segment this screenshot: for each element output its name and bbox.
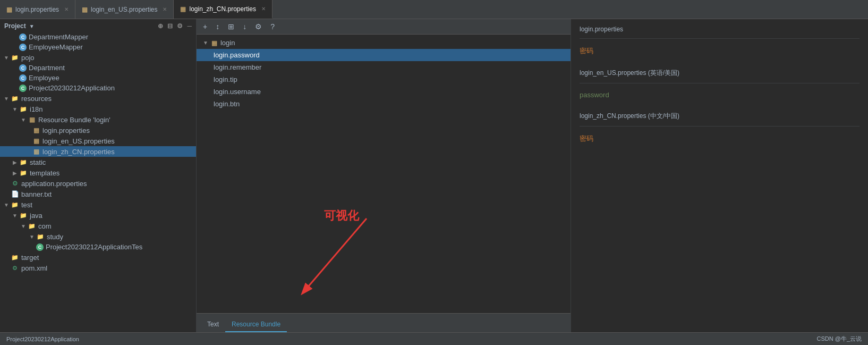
tree-label-java: java [30, 212, 42, 220]
xml-icon-pom: ⚙ [11, 264, 19, 272]
tree-item-project-app-test[interactable]: C Project20230212ApplicationTes [0, 242, 196, 252]
tree-item-department[interactable]: C Department [0, 63, 196, 73]
tree-label-project-app-test: Project20230212ApplicationTes [46, 243, 142, 251]
tree-label-login-zh-cn: login_zh_CN.properties [42, 148, 115, 156]
tree-label-departmentmapper: DepartmentMapper [29, 33, 88, 41]
right-section-login-props: login.properties 密码 [580, 26, 860, 58]
tree-item-banner-txt[interactable]: 📄 banner.txt [0, 189, 196, 199]
prop-item-btn[interactable]: login.btn [197, 98, 571, 110]
sort-button[interactable]: ↕ [214, 21, 222, 32]
class-icon-employeemapper: C [19, 44, 27, 51]
right-panel: login.properties 密码 login_en_US.properti… [571, 19, 868, 332]
tree-item-study[interactable]: ▼ 📁 study [0, 231, 196, 242]
tree-label-resources: resources [21, 95, 52, 103]
right-section-value-zh[interactable]: 密码 [580, 132, 860, 146]
prop-item-remember[interactable]: login.remember [197, 61, 571, 73]
tree-item-login-properties[interactable]: ▦ login.properties [0, 125, 196, 136]
tree-item-static[interactable]: ▶ 📁 static [0, 157, 196, 167]
tree-item-com[interactable]: ▼ 📁 com [0, 221, 196, 231]
status-project-name: Project20230212Application [6, 336, 79, 342]
tab-close-login-zh[interactable]: ✕ [261, 6, 266, 12]
tab-label-login-zh: login_zh_CN.properties [189, 5, 256, 13]
tree-label-project-app: Project20230212Application [29, 84, 115, 92]
properties-icon-login-zh: ▦ [32, 147, 40, 156]
tree-label-study: study [47, 233, 63, 241]
tree-item-resources[interactable]: ▼ 📁 resources [0, 93, 196, 104]
prop-label-password: login.password [214, 51, 260, 59]
right-section-title-zh: login_zh_CN.properties (中文/中国) [580, 112, 860, 121]
tab-icon-login-en: ▦ [82, 6, 88, 13]
folder-icon-java: 📁 [19, 211, 28, 220]
collapse-icon[interactable]: ⊟ [167, 22, 173, 30]
divider-3 [580, 126, 860, 127]
class-icon-department: C [19, 64, 27, 72]
help-button[interactable]: ? [268, 21, 277, 32]
settings-toolbar-button[interactable]: ⚙ [253, 21, 264, 32]
sidebar-header: Project ▼ ⊕ ⊟ ⚙ ─ [0, 20, 196, 32]
add-button[interactable]: + [201, 21, 209, 32]
tree-item-employeemapper[interactable]: C EmployeeMapper [0, 42, 196, 52]
resources-arrow-icon: ▼ [2, 96, 11, 102]
java-arrow-icon: ▼ [11, 213, 19, 218]
tab-text[interactable]: Text [201, 317, 225, 332]
tree-label-static: static [30, 158, 46, 166]
prop-root-login[interactable]: ▼ ▦ login [197, 37, 571, 49]
hide-icon[interactable]: ─ [187, 22, 192, 30]
status-bar-right: CSDN @牛_云说 [816, 335, 862, 343]
folder-icon-i18n: 📁 [19, 105, 28, 113]
tree-item-resource-bundle-login[interactable]: ▼ ▦ Resource Bundle 'login' [0, 114, 196, 125]
tree-item-application-properties[interactable]: ⚙ application.properties [0, 178, 196, 189]
svg-line-1 [303, 218, 367, 293]
tree-label-test: test [21, 201, 32, 209]
tree-item-pom-xml[interactable]: ⚙ pom.xml [0, 263, 196, 273]
settings-icon[interactable]: ⚙ [177, 22, 183, 30]
tab-login-en-us[interactable]: ▦ login_en_US.properties ✕ [75, 0, 174, 19]
tab-login-zh-cn[interactable]: ▦ login_zh_CN.properties ✕ [174, 0, 272, 19]
tree-item-employee[interactable]: C Employee [0, 73, 196, 83]
tree-item-target[interactable]: 📁 target [0, 252, 196, 263]
editor-tree: ▼ ▦ login login.password login.remember … [197, 35, 571, 176]
tree-item-project-app[interactable]: C Project20230212Application [0, 83, 196, 93]
tree-label-employee: Employee [29, 74, 59, 82]
tree-label-target: target [21, 254, 39, 262]
tree-label-banner-txt: banner.txt [21, 190, 52, 198]
tree-item-i18n[interactable]: ▼ 📁 i18n [0, 104, 196, 114]
tree-label-application-properties: application.properties [21, 180, 87, 188]
tree-item-test[interactable]: ▼ 📁 test [0, 199, 196, 210]
properties-icon-application: ⚙ [11, 179, 19, 188]
folder-icon-test: 📁 [11, 200, 19, 209]
tree-item-login-zh-cn[interactable]: ▦ login_zh_CN.properties [0, 146, 196, 157]
view-button[interactable]: ⊞ [226, 21, 236, 32]
right-section-value-login[interactable]: 密码 [580, 44, 860, 58]
sync-icon[interactable]: ⊕ [158, 22, 163, 30]
tab-label-login-en: login_en_US.properties [91, 6, 157, 13]
tab-login-properties[interactable]: ▦ login.properties ✕ [0, 0, 75, 19]
tree-item-login-en-us[interactable]: ▦ login_en_US.properties [0, 136, 196, 146]
tree-item-templates[interactable]: ▶ 📁 templates [0, 167, 196, 178]
divider-2 [580, 83, 860, 83]
right-section-value-en[interactable]: password [580, 89, 860, 101]
tree-item-departmentmapper[interactable]: C DepartmentMapper [0, 32, 196, 42]
prop-label-tip: login.tip [214, 75, 237, 83]
prop-item-password[interactable]: login.password [197, 49, 571, 61]
expand-button[interactable]: ↓ [241, 21, 249, 32]
annotation-text: 可视化 [324, 208, 359, 224]
annotation-arrow [260, 208, 377, 314]
prop-item-username[interactable]: login.username [197, 86, 571, 98]
tree-item-java[interactable]: ▼ 📁 java [0, 210, 196, 221]
folder-icon-study: 📁 [36, 232, 45, 241]
prop-label-username: login.username [214, 88, 261, 96]
tab-label-login-props: login.properties [15, 6, 59, 13]
prop-item-tip[interactable]: login.tip [197, 73, 571, 86]
tab-close-login-props[interactable]: ✕ [64, 6, 69, 12]
test-arrow-icon: ▼ [2, 202, 11, 208]
right-section-login-en: login_en_US.properties (英语/美国) password [580, 69, 860, 101]
folder-icon-com: 📁 [28, 222, 36, 230]
project-arrow-icon: ▼ [29, 23, 35, 29]
tab-close-login-en[interactable]: ✕ [163, 6, 167, 12]
divider-1 [580, 38, 860, 39]
folder-icon-pojo: 📁 [11, 53, 19, 62]
tab-resource-bundle[interactable]: Resource Bundle [225, 317, 287, 332]
tree-item-pojo[interactable]: ▼ 📁 pojo [0, 52, 196, 63]
editor-toolbar: + ↕ ⊞ ↓ ⚙ ? [197, 19, 571, 35]
